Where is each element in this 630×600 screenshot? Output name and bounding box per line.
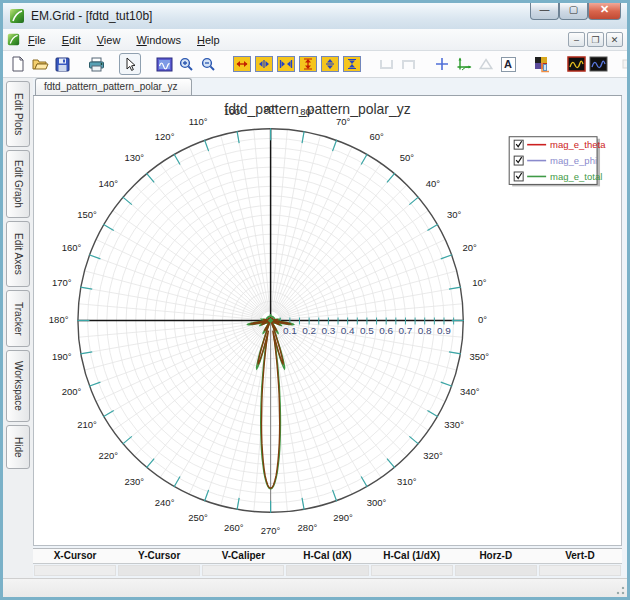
window-title: EM.Grid - [fdtd_tut10b] [31, 9, 152, 23]
close-button[interactable]: ✕ [588, 2, 621, 20]
app-window: EM.Grid - [fdtd_tut10b] — ▢ ✕ FileEditVi… [0, 0, 630, 600]
axes-tool-button[interactable] [453, 53, 475, 75]
readout-value [202, 565, 284, 577]
expand-y-button[interactable] [297, 53, 319, 75]
angle-label: 220° [98, 450, 118, 461]
angle-label: 260° [224, 522, 244, 533]
angle-label: 320° [423, 450, 443, 461]
readout-table: X-CursorY-CursorV-CaliperH-Cal (dX)H-Cal… [33, 548, 622, 578]
new-document-icon [11, 56, 25, 72]
compress-y-icon [343, 56, 361, 72]
expand-x-button[interactable] [231, 53, 253, 75]
legend-label-mag_e_phi: mag_e_phi [550, 155, 597, 166]
legend-label-mag_e_total: mag_e_total [550, 171, 602, 182]
child-window-icon[interactable] [7, 33, 20, 46]
menu-bar: FileEditViewWindowsHelp – ❐ ✕ [3, 29, 627, 51]
polar-chart[interactable]: 0°10°20°30°40°50°60°70°80°90°100°110°120… [34, 96, 621, 545]
waveform-blue-button[interactable] [587, 53, 609, 75]
text-a-icon: A [501, 57, 516, 72]
scale-vertical-icon [622, 57, 627, 72]
pan-y-button[interactable] [319, 53, 341, 75]
angle-label: 120° [155, 131, 175, 142]
menu-item-file[interactable]: File [20, 31, 54, 49]
angle-label: 210° [77, 419, 97, 430]
angle-label: 290° [333, 512, 353, 523]
corner-right-button[interactable] [397, 53, 419, 75]
child-close-button[interactable]: ✕ [606, 32, 623, 47]
angle-label: 30° [447, 209, 462, 220]
triangle-icon [479, 58, 493, 70]
chart-title: fdtd_pattern_pattern_polar_yz [224, 101, 410, 117]
palette-button[interactable] [531, 53, 553, 75]
menu-item-help[interactable]: Help [189, 31, 228, 49]
radial-label: 0.7 [399, 325, 413, 336]
maximize-icon: ▢ [569, 5, 578, 15]
readout-value [118, 565, 200, 577]
menu-item-windows[interactable]: Windows [128, 31, 189, 49]
side-tab-workspace[interactable]: Workspace [6, 350, 30, 422]
angle-label: 0° [478, 314, 487, 325]
side-tab-edit-graph[interactable]: Edit Graph [6, 150, 30, 218]
side-tab-hide[interactable]: Hide [6, 425, 30, 469]
compress-x-button[interactable] [275, 53, 297, 75]
angle-label: 110° [189, 116, 208, 127]
angle-label: 160° [62, 242, 82, 253]
maximize-button[interactable]: ▢ [559, 2, 588, 20]
document-tab-bar: fdtd_pattern_pattern_polar_yz [33, 78, 622, 96]
legend-label-mag_e_theta: mag_e_theta [550, 139, 606, 150]
close-icon: ✕ [600, 4, 609, 15]
radial-label: 0.3 [321, 325, 335, 336]
zoom-window-button[interactable] [153, 53, 175, 75]
child-minimize-button[interactable]: – [568, 32, 585, 47]
menu-item-edit[interactable]: Edit [54, 31, 89, 49]
zoom-out-button[interactable] [197, 53, 219, 75]
document-tab[interactable]: fdtd_pattern_pattern_polar_yz [35, 78, 192, 95]
pan-x-button[interactable] [253, 53, 275, 75]
triangle-tool-button[interactable] [475, 53, 497, 75]
pan-y-icon [321, 56, 339, 72]
angle-label: 170° [52, 277, 72, 288]
side-tab-edit-plots[interactable]: Edit Plots [6, 81, 30, 147]
side-tab-tracker[interactable]: Tracker [6, 290, 30, 347]
plus-icon [435, 57, 449, 71]
angle-label: 150° [77, 209, 97, 220]
angle-label: 140° [98, 178, 118, 189]
new-document-button[interactable] [7, 53, 29, 75]
child-restore-button[interactable]: ❐ [587, 32, 604, 47]
pointer-tool-button[interactable] [119, 53, 141, 75]
open-file-button[interactable] [29, 53, 51, 75]
pan-x-icon [255, 56, 273, 72]
scale-vertical-button[interactable] [621, 53, 627, 75]
pointer-icon [124, 57, 136, 72]
print-button[interactable] [85, 53, 107, 75]
radial-label: 0.2 [302, 325, 316, 336]
waveform-yellow-icon [567, 56, 586, 72]
angle-label: 190° [52, 351, 72, 362]
radial-label: 0.5 [360, 325, 374, 336]
title-bar[interactable]: EM.Grid - [fdtd_tut10b] — ▢ ✕ [3, 3, 627, 29]
app-icon [9, 8, 25, 24]
side-tab-edit-axes[interactable]: Edit Axes [6, 221, 30, 287]
minimize-button[interactable]: — [530, 2, 559, 20]
readout-value [371, 565, 453, 577]
waveform-yellow-button[interactable] [565, 53, 587, 75]
text-annotation-button[interactable]: A [497, 53, 519, 75]
side-tab-bar: Edit PlotsEdit GraphEdit AxesTrackerWork… [3, 78, 33, 578]
add-marker-button[interactable] [431, 53, 453, 75]
expand-y-icon [299, 56, 317, 72]
zoom-in-button[interactable] [175, 53, 197, 75]
readout-value [34, 565, 116, 577]
angle-label: 50° [400, 152, 415, 163]
compress-y-button[interactable] [341, 53, 363, 75]
menu-item-view[interactable]: View [89, 31, 129, 49]
radial-label: 0.8 [418, 325, 432, 336]
angle-label: 180° [49, 314, 69, 325]
angle-label: 60° [369, 131, 384, 142]
corner-left-button[interactable] [375, 53, 397, 75]
resize-grip-icon[interactable] [613, 583, 626, 596]
palette-icon [534, 56, 551, 73]
save-button[interactable] [51, 53, 73, 75]
angle-label: 240° [155, 497, 175, 508]
plot-area[interactable]: 0°10°20°30°40°50°60°70°80°90°100°110°120… [33, 96, 622, 546]
legend: mag_e_thetamag_e_phimag_e_total [509, 137, 606, 187]
